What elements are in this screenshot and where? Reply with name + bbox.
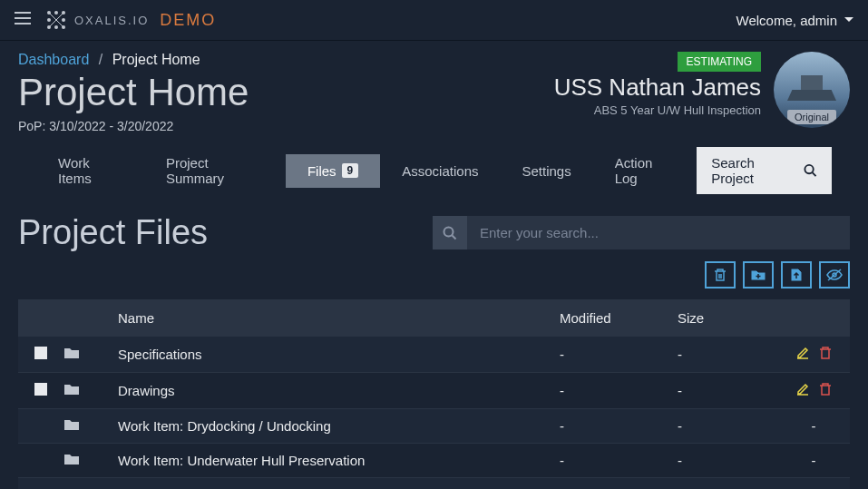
svg-point-1	[54, 11, 58, 15]
file-size: -	[678, 347, 777, 362]
col-name-header[interactable]: Name	[109, 310, 560, 326]
file-modified: -	[560, 453, 678, 468]
tabs: Work Items Project Summary Files9 Associ…	[18, 146, 850, 195]
svg-point-3	[47, 18, 51, 22]
file-name: Drawings	[109, 383, 560, 398]
table-row[interactable]: Specifications--	[18, 337, 850, 373]
table-row[interactable]: Work Item: Drydocking / Undocking---	[18, 409, 850, 444]
menu-icon[interactable]	[15, 12, 31, 28]
tab-action-log[interactable]: Action Log	[593, 146, 697, 195]
section-title: Project Files	[18, 213, 208, 252]
search-button[interactable]	[433, 216, 467, 249]
top-bar: OXALIS.IO DEMO Welcome, admin	[0, 0, 868, 41]
search-icon	[804, 163, 817, 178]
edit-button[interactable]	[795, 346, 810, 363]
svg-point-4	[62, 18, 65, 22]
tab-settings[interactable]: Settings	[500, 154, 592, 188]
project-subtitle: ABS 5 Year U/W Hull Inspection	[554, 103, 761, 117]
row-checkbox[interactable]	[34, 383, 47, 396]
upload-file-icon	[790, 268, 803, 282]
folder-icon	[63, 347, 109, 362]
file-size: -	[678, 418, 777, 434]
file-modified: -	[560, 383, 678, 398]
file-toolbar	[18, 261, 850, 289]
table-row[interactable]: Work Item: Underwater Hull Preservation-…	[18, 444, 850, 478]
svg-point-8	[805, 165, 813, 173]
row-checkbox[interactable]	[34, 347, 47, 359]
tab-work-items[interactable]: Work Items	[36, 146, 144, 195]
demo-label: DEMO	[160, 11, 216, 30]
header-section: Dashboard / Project Home Project Home Po…	[0, 41, 868, 195]
svg-point-9	[444, 227, 454, 236]
add-folder-button[interactable]	[743, 261, 774, 289]
file-size: -	[678, 383, 777, 398]
content: Project Files Name Modified Size Specifi…	[0, 195, 868, 489]
avatar-label: Original	[787, 110, 836, 124]
trash-icon	[713, 268, 727, 282]
brand-text: OXALIS.IO	[74, 14, 149, 27]
project-avatar[interactable]: Original	[774, 52, 850, 128]
table-row[interactable]: Drawings--	[18, 373, 850, 409]
logo-icon	[45, 9, 67, 31]
logo[interactable]: OXALIS.IO DEMO	[45, 9, 216, 31]
tab-associations[interactable]: Associations	[380, 154, 500, 188]
project-name: USS Nathan James	[554, 73, 761, 102]
search-input[interactable]	[467, 216, 850, 249]
table-header: Name Modified Size	[18, 299, 850, 337]
user-menu[interactable]: Welcome, admin	[736, 13, 853, 28]
upload-button[interactable]	[781, 261, 812, 289]
breadcrumb-dashboard[interactable]: Dashboard	[18, 52, 89, 67]
edit-button[interactable]	[795, 382, 810, 399]
hide-button[interactable]	[819, 261, 850, 289]
table-row[interactable]: Work Item: Machinery And Propulsion Syst…	[18, 478, 850, 489]
add-folder-icon	[750, 269, 766, 281]
breadcrumb-current: Project Home	[112, 52, 200, 67]
eye-slash-icon	[825, 269, 844, 281]
welcome-text: Welcome, admin	[736, 13, 837, 28]
search-icon	[443, 226, 457, 240]
tab-project-summary[interactable]: Project Summary	[144, 146, 286, 195]
col-modified-header[interactable]: Modified	[560, 310, 678, 326]
file-name: Work Item: Drydocking / Undocking	[109, 418, 560, 434]
file-modified: -	[560, 347, 678, 362]
tab-files-count: 9	[342, 163, 359, 178]
search-project-button[interactable]: Search Project	[697, 147, 832, 194]
file-modified: -	[560, 418, 678, 434]
folder-icon	[63, 418, 109, 434]
files-table: Name Modified Size Specifications--Drawi…	[18, 299, 850, 489]
folder-icon	[63, 453, 109, 468]
chevron-down-icon	[844, 17, 853, 23]
delete-button[interactable]	[705, 261, 736, 289]
col-size-header[interactable]: Size	[678, 310, 777, 326]
search-box	[433, 216, 850, 249]
file-name: Specifications	[109, 347, 560, 362]
tab-files[interactable]: Files9	[286, 154, 380, 188]
row-delete-button[interactable]	[819, 346, 832, 363]
svg-point-6	[54, 25, 58, 29]
breadcrumb-separator: /	[99, 52, 102, 67]
project-info: ESTIMATING USS Nathan James ABS 5 Year U…	[554, 52, 850, 128]
folder-icon	[63, 383, 109, 398]
status-badge: ESTIMATING	[678, 52, 761, 72]
row-delete-button[interactable]	[819, 382, 832, 399]
file-size: -	[678, 453, 777, 468]
file-name: Work Item: Underwater Hull Preservation	[109, 453, 560, 468]
